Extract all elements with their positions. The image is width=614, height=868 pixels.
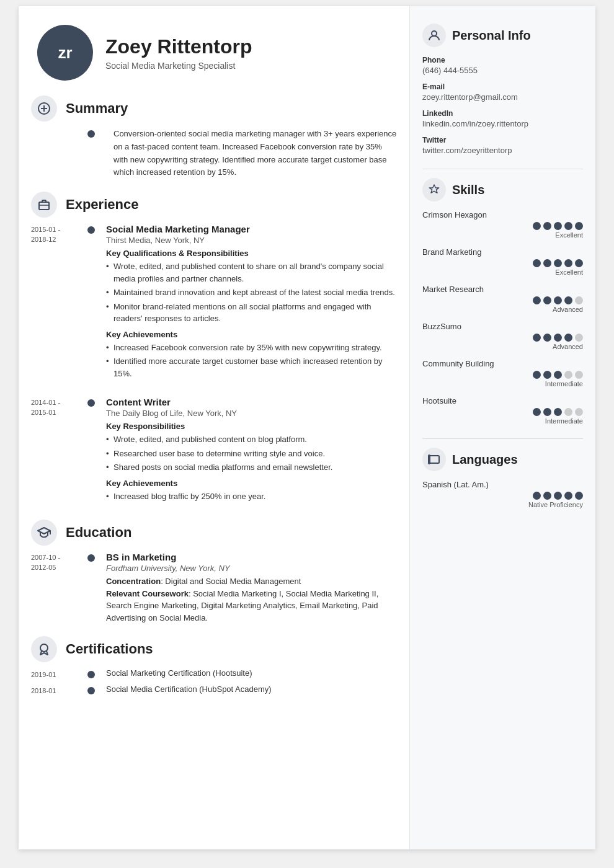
edu-start-0: 2007-10 -	[31, 554, 60, 561]
edu-concentration-0: Concentration: Digital and Social Media …	[106, 575, 397, 588]
job-quals-title-0: Key Qualifications & Responsibilities	[106, 249, 397, 258]
email-label: E-mail	[422, 82, 583, 91]
cert-item-1: 2018-01 Social Media Certification (HubS…	[31, 684, 397, 696]
job-ach-1: Increased blog traffic by 250% in one ye…	[106, 490, 397, 503]
avatar: zr	[37, 25, 93, 81]
skill-dot	[543, 371, 551, 379]
job-start-1: 2014-01 -	[31, 399, 60, 406]
skill-dots-0	[422, 222, 583, 230]
skill-item-4: Community Building Intermediate	[422, 359, 583, 388]
job-title-0: Social Media Marketing Manager	[106, 224, 397, 234]
job-content-0: Social Media Marketing Manager Thirst Me…	[99, 224, 397, 384]
svg-point-8	[432, 31, 437, 36]
cert-item-0: 2019-01 Social Marketing Certification (…	[31, 668, 397, 680]
languages-icon	[422, 448, 446, 471]
skill-dot	[533, 334, 541, 342]
skill-dot	[575, 296, 583, 304]
ach-item: Increased Facebook conversion rate by 35…	[106, 342, 397, 354]
job-end-1: 2015-01	[31, 409, 56, 416]
certifications-section-header: Certifications	[31, 636, 397, 662]
skills-title: Skills	[452, 183, 484, 197]
skill-dot	[554, 259, 562, 267]
education-section-header: Education	[31, 520, 397, 546]
skill-dot	[543, 334, 551, 342]
skill-level-1: Excellent	[422, 268, 583, 276]
cert-name-1: Social Media Certification (HubSpot Acad…	[99, 684, 397, 696]
lang-dot	[564, 492, 572, 500]
skill-dot	[554, 371, 562, 379]
edu-degree-0: BS in Marketing	[106, 552, 397, 562]
lang-item-0: Spanish (Lat. Am.) Native Proficiency	[422, 480, 583, 508]
resume-container: zr Zoey Rittentorp Social Media Marketin…	[19, 6, 595, 849]
skill-level-0: Excellent	[422, 231, 583, 239]
summary-row: Conversion-oriented social media marketi…	[31, 128, 397, 179]
skill-name-3: BuzzSumo	[422, 322, 583, 331]
job-company-1: The Daily Blog of Life, New York, NY	[106, 409, 397, 418]
summary-dot	[87, 130, 95, 138]
languages-section: Languages Spanish (Lat. Am.) Native Prof…	[422, 448, 583, 508]
summary-section: Summary Conversion-oriented social media…	[31, 95, 397, 179]
job-date-0: 2015-01 - 2018-12	[31, 224, 84, 384]
edu-conc-label: Concentration	[106, 577, 161, 586]
cert-dot-col-1	[84, 684, 99, 696]
skill-dot	[575, 259, 583, 267]
skill-dot	[564, 371, 572, 379]
skill-dots-2	[422, 296, 583, 304]
job-quals-0: Wrote, edited, and published content to …	[106, 260, 397, 325]
edu-dot-col-0	[84, 552, 99, 624]
skill-item-3: BuzzSumo Advanced	[422, 322, 583, 350]
lang-rating-0: Native Proficiency	[422, 492, 583, 508]
skill-dot	[554, 222, 562, 230]
skill-rating-3: Advanced	[422, 334, 583, 350]
edu-cw-label: Relevant Coursework	[106, 589, 189, 598]
job-content-1: Content Writer The Daily Blog of Life, N…	[99, 397, 397, 507]
job-item-1: 2014-01 - 2015-01 Content Writer The Dai…	[31, 397, 397, 507]
edu-dot-0	[87, 554, 95, 562]
linkedin-value: linkedin.com/in/zoey.rittentorp	[422, 119, 583, 128]
skill-dots-3	[422, 334, 583, 342]
skill-dot	[533, 371, 541, 379]
skill-dot	[533, 222, 541, 230]
certifications-icon	[31, 636, 57, 662]
personal-info-section: Personal Info Phone (646) 444-5555 E-mai…	[422, 24, 583, 155]
skill-dot	[533, 296, 541, 304]
skill-item-5: Hootsuite Intermediate	[422, 396, 583, 425]
experience-section-header: Experience	[31, 192, 397, 218]
job-company-0: Thirst Media, New York, NY	[106, 236, 397, 245]
phone-value: (646) 444-5555	[422, 66, 583, 75]
edu-item-0: 2007-10 - 2012-05 BS in Marketing Fordha…	[31, 552, 397, 624]
edu-school-0: Fordham University, New York, NY	[106, 564, 397, 573]
skill-dot	[554, 408, 562, 416]
right-divider-1	[422, 169, 583, 169]
job-ach-0: Increased Facebook conversion rate by 35…	[106, 342, 397, 380]
skill-dot	[533, 408, 541, 416]
avatar-initials: zr	[58, 43, 72, 63]
lang-dots-0	[422, 492, 583, 500]
right-column: Personal Info Phone (646) 444-5555 E-mai…	[409, 6, 595, 849]
skill-dot	[543, 259, 551, 267]
skill-name-1: Brand Marketing	[422, 247, 583, 257]
phone-label: Phone	[422, 56, 583, 64]
twitter-label: Twitter	[422, 136, 583, 144]
qual-item: Monitor brand-related mentions on all so…	[106, 301, 397, 325]
certifications-section: Certifications 2019-01 Social Marketing …	[31, 636, 397, 696]
skill-rating-5: Intermediate	[422, 408, 583, 425]
certifications-title: Certifications	[66, 641, 153, 657]
skill-level-4: Intermediate	[422, 380, 583, 388]
info-linkedin: LinkedIn linkedin.com/in/zoey.rittentorp	[422, 109, 583, 128]
skill-dots-5	[422, 408, 583, 416]
header-text: Zoey Rittentorp Social Media Marketing S…	[105, 35, 252, 71]
skill-rating-0: Excellent	[422, 222, 583, 239]
skill-dot	[543, 408, 551, 416]
experience-title: Experience	[66, 197, 138, 213]
cert-date-1: 2018-01	[31, 687, 56, 694]
education-timeline: 2007-10 - 2012-05 BS in Marketing Fordha…	[31, 552, 397, 624]
lang-level-0: Native Proficiency	[422, 501, 583, 508]
qual-item: Maintained brand innovation and kept abr…	[106, 286, 397, 299]
education-section: Education 2007-10 - 2012-05 BS in Market…	[31, 520, 397, 624]
job-quals-1: Wrote, edited, and published content on …	[106, 433, 397, 474]
skill-rating-4: Intermediate	[422, 371, 583, 388]
lang-dot	[554, 492, 562, 500]
skill-name-2: Market Research	[422, 285, 583, 294]
info-phone: Phone (646) 444-5555	[422, 56, 583, 75]
